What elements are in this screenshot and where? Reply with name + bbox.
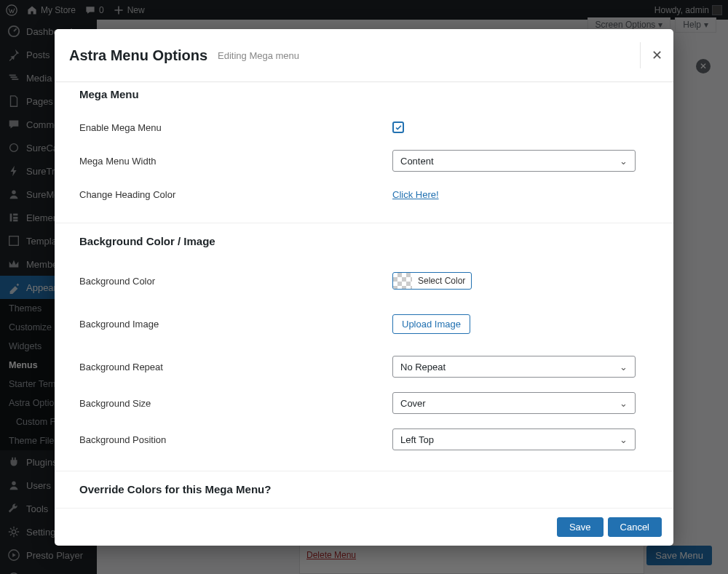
- bg-color-label: Background Color: [79, 276, 392, 287]
- section-mega-menu: Mega Menu Enable Mega Menu Mega Menu Wid…: [55, 82, 673, 223]
- bg-position-select[interactable]: Left Top ⌄: [392, 428, 636, 450]
- bg-size-select[interactable]: Cover ⌄: [392, 392, 636, 414]
- section-override-colors: Override Colors for this Mega Menu?: [55, 471, 673, 508]
- chevron-down-icon: ⌄: [620, 434, 628, 445]
- select-value: Left Top: [400, 434, 434, 445]
- modal-close-button[interactable]: ✕: [640, 42, 666, 68]
- enable-mega-menu-checkbox[interactable]: [392, 121, 404, 133]
- bg-color-picker[interactable]: Select Color: [392, 272, 472, 290]
- modal-subtitle: Editing Mega menu: [218, 50, 299, 61]
- mega-menu-width-select[interactable]: Content ⌄: [392, 150, 636, 172]
- cancel-button[interactable]: Cancel: [608, 517, 662, 537]
- save-button[interactable]: Save: [557, 517, 604, 537]
- astra-menu-options-modal: Astra Menu Options Editing Mega menu ✕ M…: [55, 29, 673, 546]
- bg-repeat-select[interactable]: No Repeat ⌄: [392, 356, 636, 378]
- bg-repeat-label: Background Repeat: [79, 362, 392, 372]
- check-icon: [395, 124, 403, 132]
- section-title-override: Override Colors for this Mega Menu?: [79, 483, 649, 495]
- modal-footer: Save Cancel: [55, 508, 673, 546]
- mega-menu-width-label: Mega Menu Width: [79, 156, 392, 167]
- section-title-background: Background Color / Image: [79, 235, 649, 247]
- upload-image-button[interactable]: Upload Image: [392, 314, 470, 334]
- bg-image-label: Background Image: [79, 319, 392, 330]
- modal-header: Astra Menu Options Editing Mega menu ✕: [55, 29, 673, 82]
- enable-mega-menu-label: Enable Mega Menu: [79, 122, 392, 133]
- section-background: Background Color / Image Background Colo…: [55, 223, 673, 471]
- select-value: Cover: [400, 398, 426, 409]
- change-heading-color-label: Change Heading Color: [79, 189, 392, 200]
- modal-body: Mega Menu Enable Mega Menu Mega Menu Wid…: [55, 82, 673, 508]
- section-title-mega: Mega Menu: [79, 88, 649, 100]
- bg-position-label: Background Position: [79, 434, 392, 445]
- chevron-down-icon: ⌄: [620, 156, 628, 167]
- transparent-swatch-icon: [393, 273, 412, 289]
- change-heading-color-link[interactable]: Click Here!: [392, 189, 439, 200]
- select-value: Content: [400, 156, 434, 167]
- select-value: No Repeat: [400, 362, 446, 372]
- modal-title: Astra Menu Options: [69, 47, 207, 64]
- chevron-down-icon: ⌄: [620, 362, 628, 372]
- select-color-label: Select Color: [412, 276, 471, 286]
- bg-size-label: Background Size: [79, 398, 392, 409]
- chevron-down-icon: ⌄: [620, 398, 628, 409]
